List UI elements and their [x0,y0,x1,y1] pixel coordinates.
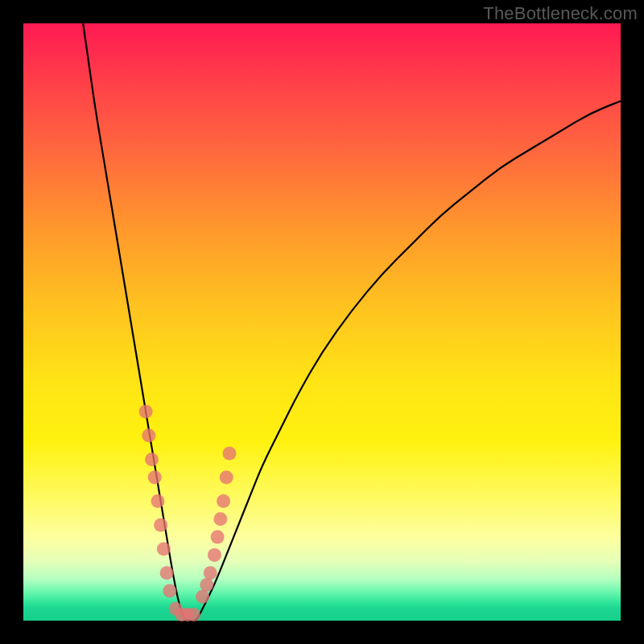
marker-point [217,494,230,508]
marker-point [220,470,233,484]
watermark-text: TheBottleneck.com [483,3,638,24]
marker-point [154,518,167,532]
marker-point [222,447,236,460]
marker-point [148,470,162,484]
marker-point [160,566,174,580]
marker-point [204,566,217,580]
marker-point [187,608,200,621]
marker-point [213,512,227,526]
marker-point [200,578,213,592]
marker-point [211,530,225,544]
marker-point [139,405,153,419]
marker-point [142,428,155,442]
bottleneck-chart [23,23,621,621]
marker-point [196,590,209,604]
marker-point [163,584,176,597]
marker-point [151,494,164,508]
marker-point [145,452,159,466]
marker-point [157,542,171,555]
marker-point [208,548,221,562]
highlighted-points [139,405,237,621]
